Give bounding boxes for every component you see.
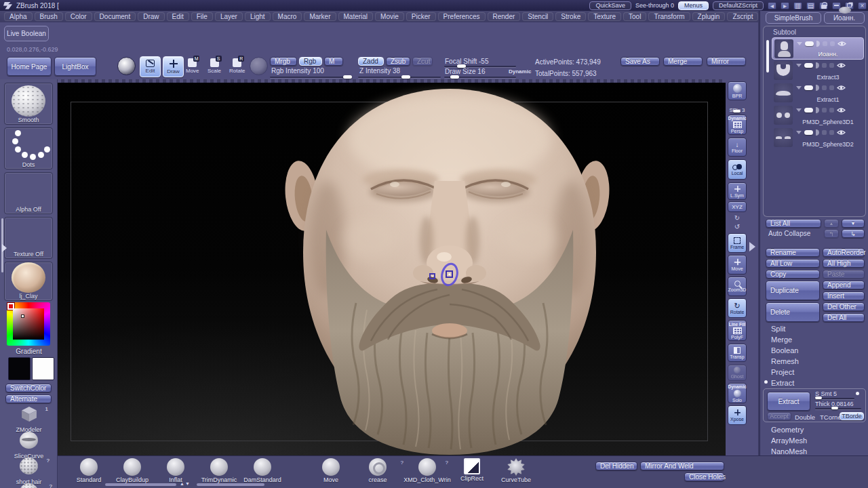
slicecurve-brush-button[interactable]: SliceCurve <box>0 432 58 461</box>
lsym-button[interactable]: L.Sym <box>728 182 747 200</box>
extract-button[interactable]: Extract <box>767 392 810 411</box>
spix-slider[interactable]: SPix 3 <box>726 102 748 115</box>
lazy-mouse-icon[interactable] <box>250 57 268 75</box>
current-texture-button[interactable]: Texture Off <box>4 217 53 259</box>
subtool-row[interactable]: Extract3 <box>772 60 864 82</box>
color-picker[interactable] <box>7 302 50 346</box>
subtool-row[interactable]: PM3D_Sphere3D1 <box>772 104 864 127</box>
lock-icon[interactable] <box>819 2 828 9</box>
shade-toggle-icon[interactable] <box>816 62 819 68</box>
see-through-slider[interactable]: See-through 0 <box>635 2 674 9</box>
visibility-eye-icon[interactable] <box>837 41 846 47</box>
menu-item[interactable]: File <box>191 12 213 21</box>
menu-item[interactable]: Document <box>94 12 136 21</box>
menu-item[interactable]: Material <box>338 12 374 21</box>
solo-button[interactable]: Dynamic Solo <box>728 383 747 403</box>
rgb-button[interactable]: Rgb <box>299 57 322 66</box>
lightbox-button[interactable]: LightBox <box>54 57 96 76</box>
collapse-out-button[interactable]: ↰ <box>824 229 839 238</box>
brush-toggle-icon[interactable] <box>830 41 835 46</box>
z-intensity-slider[interactable]: Z Intensity 38 <box>359 67 400 75</box>
insert-button[interactable]: Insert <box>823 291 865 300</box>
rotate-ccw-icon[interactable]: ↺ <box>726 223 748 231</box>
tborder-toggle[interactable]: TBorde <box>840 412 864 420</box>
visibility-eye-icon[interactable] <box>837 85 846 91</box>
brush-shortcut[interactable]: ClayBuildup <box>111 458 154 483</box>
menu-item[interactable]: Alpha <box>4 12 33 21</box>
menu-item[interactable]: Texture <box>588 12 621 21</box>
right-tray-toggle-arrow[interactable] <box>749 242 755 251</box>
current-stroke-button[interactable]: Dots <box>4 127 53 169</box>
menu-item[interactable]: Draw <box>138 12 164 21</box>
subtool-scrollbar[interactable] <box>766 40 769 73</box>
rotate-cw-icon[interactable]: ↻ <box>726 214 748 222</box>
secondary-color-swatch[interactable] <box>32 357 54 380</box>
frame-button[interactable]: Frame <box>728 233 747 253</box>
duplicate-button[interactable]: Duplicate <box>766 281 820 300</box>
quicksave-button[interactable]: QuickSave <box>589 1 631 10</box>
mirror-and-weld-button[interactable]: Mirror And Weld <box>640 462 724 470</box>
all-low-button[interactable]: All Low <box>766 259 820 268</box>
brush-toggle-icon[interactable] <box>829 130 834 135</box>
edit-mode-button[interactable]: Edit <box>140 56 161 77</box>
polypaint-toggle-icon[interactable] <box>796 86 802 89</box>
ghost-toggle-icon[interactable] <box>822 130 827 135</box>
mirror-button[interactable]: Mirror <box>707 57 746 66</box>
visibility-eye-icon[interactable] <box>837 107 846 113</box>
live-boolean-button[interactable]: Live Boolean <box>4 26 49 41</box>
polypaint-toggle-icon[interactable] <box>796 131 802 134</box>
menu-item[interactable]: Transform <box>648 12 690 21</box>
section-header[interactable]: ArrayMesh <box>760 436 868 447</box>
ghost-toggle-icon[interactable] <box>822 63 827 68</box>
del-hidden-button[interactable]: Del Hidden <box>595 462 637 470</box>
stroke-preview-icon[interactable] <box>117 57 136 75</box>
save-as-button[interactable]: Save As <box>620 57 660 66</box>
subtool-row[interactable]: Extract1 <box>772 82 864 104</box>
menu-item[interactable]: Zplugin <box>692 12 726 21</box>
rgb-intensity-slider[interactable]: Rgb Intensity 100 <box>271 67 324 75</box>
dynamic-persp-button[interactable]: Dynamic Persp <box>728 115 747 135</box>
subtool-row[interactable]: Иоанн. <box>772 37 864 60</box>
delete-button[interactable]: Delete <box>766 302 820 322</box>
brush-row-scrollbar-right[interactable] <box>197 483 264 486</box>
doc-nav-left-icon[interactable]: ◂ <box>768 2 776 9</box>
ghost-toggle-icon[interactable] <box>823 41 827 46</box>
all-high-button[interactable]: All High <box>823 259 865 268</box>
dynamic-toggle[interactable]: Dynamic <box>509 68 531 75</box>
move-mode-button[interactable]: M Move <box>186 58 199 74</box>
home-page-button[interactable]: Home Page <box>7 57 52 76</box>
polypaint-toggle-icon[interactable] <box>797 42 802 45</box>
menu-item[interactable]: Layer <box>215 12 243 21</box>
current-brush-button[interactable]: Smooth <box>4 83 53 125</box>
paint-toggle-icon[interactable] <box>804 130 813 135</box>
menu-item[interactable]: Picker <box>406 12 436 21</box>
rgb-intensity-knob[interactable] <box>343 75 352 79</box>
paint-toggle-icon[interactable] <box>804 85 813 90</box>
xyz-button[interactable]: XYZ <box>728 201 747 212</box>
alternate-button[interactable]: Alternate <box>5 394 52 403</box>
subtool-row[interactable]: PM3D_Sphere3D2 <box>772 127 864 149</box>
paste-doc-icon[interactable]: ▤ <box>806 2 815 9</box>
zoom3d-button[interactable]: Zoom3D <box>728 277 747 296</box>
thick-knob[interactable] <box>831 407 838 409</box>
saturation-value-box[interactable] <box>13 308 44 340</box>
xpose-button[interactable]: Xpose <box>728 405 747 425</box>
polypaint-toggle-icon[interactable] <box>796 64 802 67</box>
menu-item[interactable]: Marker <box>304 12 336 21</box>
del-other-button[interactable]: Del Other <box>823 302 865 311</box>
visibility-eye-icon[interactable] <box>837 129 846 136</box>
menu-item[interactable]: Light <box>245 12 271 21</box>
menu-item[interactable]: Stroke <box>555 12 586 21</box>
section-header[interactable]: Remesh <box>760 357 868 368</box>
brush-toggle-icon[interactable] <box>829 85 834 90</box>
merge-button[interactable]: Merge <box>663 57 703 66</box>
subtool-down-button[interactable]: ▼ <box>842 219 865 228</box>
spix-knob[interactable] <box>733 110 741 113</box>
mrgb-button[interactable]: Mrgb <box>270 57 297 66</box>
zcut-button[interactable]: Zcut <box>412 57 433 66</box>
transp-button[interactable]: Transp <box>728 344 747 362</box>
close-button[interactable]: × <box>858 2 867 9</box>
brush-shortcut[interactable]: Move <box>311 458 351 483</box>
rotate-mode-button[interactable]: R Rotate <box>229 58 245 74</box>
section-header[interactable]: Geometry <box>760 426 868 436</box>
